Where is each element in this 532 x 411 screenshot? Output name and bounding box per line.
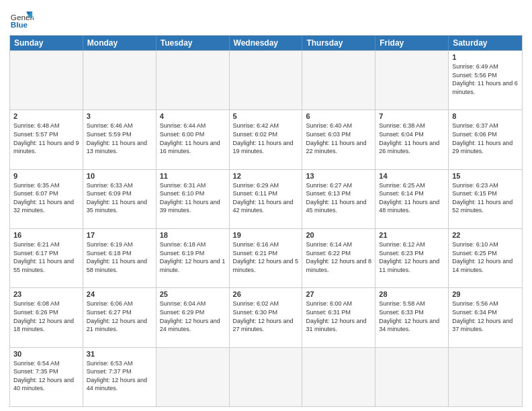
calendar-cell	[230, 51, 303, 109]
calendar-cell: 28Sunrise: 5:58 AM Sunset: 6:33 PM Dayli…	[375, 288, 449, 347]
day-info: Sunrise: 6:42 AM Sunset: 6:02 PM Dayligh…	[233, 122, 299, 155]
calendar: SundayMondayTuesdayWednesdayThursdayFrid…	[9, 35, 523, 407]
day-number: 7	[379, 112, 445, 120]
weekday-header-saturday: Saturday	[449, 36, 522, 50]
calendar-cell: 30Sunrise: 6:54 AM Sunset: 7:35 PM Dayli…	[10, 348, 83, 406]
calendar-cell: 10Sunrise: 6:33 AM Sunset: 6:09 PM Dayli…	[83, 170, 157, 228]
calendar-cell: 20Sunrise: 6:14 AM Sunset: 6:22 PM Dayli…	[302, 229, 375, 287]
day-number: 19	[233, 231, 299, 239]
calendar-cell: 26Sunrise: 6:02 AM Sunset: 6:30 PM Dayli…	[230, 288, 303, 347]
calendar-row-2: 9Sunrise: 6:35 AM Sunset: 6:07 PM Daylig…	[10, 169, 522, 228]
day-info: Sunrise: 6:14 AM Sunset: 6:22 PM Dayligh…	[306, 240, 371, 274]
day-info: Sunrise: 6:25 AM Sunset: 6:14 PM Dayligh…	[379, 181, 445, 215]
day-number: 20	[306, 231, 371, 239]
day-info: Sunrise: 6:40 AM Sunset: 6:03 PM Dayligh…	[306, 122, 371, 155]
day-number: 25	[160, 290, 226, 298]
calendar-cell	[157, 348, 230, 406]
day-number: 3	[87, 112, 152, 120]
calendar-cell: 6Sunrise: 6:40 AM Sunset: 6:03 PM Daylig…	[302, 110, 375, 169]
day-info: Sunrise: 6:53 AM Sunset: 7:37 PM Dayligh…	[87, 359, 152, 393]
header: General Blue	[9, 7, 523, 31]
calendar-cell: 29Sunrise: 5:56 AM Sunset: 6:34 PM Dayli…	[449, 288, 522, 347]
day-info: Sunrise: 6:29 AM Sunset: 6:11 PM Dayligh…	[233, 181, 299, 215]
calendar-row-1: 2Sunrise: 6:48 AM Sunset: 5:57 PM Daylig…	[10, 109, 522, 169]
day-info: Sunrise: 6:02 AM Sunset: 6:30 PM Dayligh…	[233, 300, 299, 333]
day-info: Sunrise: 5:56 AM Sunset: 6:34 PM Dayligh…	[452, 300, 519, 333]
day-info: Sunrise: 6:04 AM Sunset: 6:29 PM Dayligh…	[160, 300, 226, 333]
day-number: 4	[160, 112, 226, 120]
calendar-cell: 18Sunrise: 6:18 AM Sunset: 6:19 PM Dayli…	[157, 229, 230, 287]
day-info: Sunrise: 5:58 AM Sunset: 6:33 PM Dayligh…	[379, 300, 445, 333]
day-number: 23	[13, 290, 79, 298]
logo: General Blue	[9, 7, 34, 31]
day-info: Sunrise: 6:33 AM Sunset: 6:09 PM Dayligh…	[87, 181, 152, 215]
calendar-cell: 7Sunrise: 6:38 AM Sunset: 6:04 PM Daylig…	[375, 110, 449, 169]
weekday-header-tuesday: Tuesday	[157, 36, 230, 50]
calendar-cell	[302, 51, 375, 109]
day-number: 11	[160, 172, 226, 180]
day-number: 21	[379, 231, 445, 239]
logo-icon: General Blue	[9, 7, 34, 31]
day-info: Sunrise: 6:10 AM Sunset: 6:25 PM Dayligh…	[452, 240, 519, 274]
day-info: Sunrise: 6:27 AM Sunset: 6:13 PM Dayligh…	[306, 181, 371, 215]
day-info: Sunrise: 6:44 AM Sunset: 6:00 PM Dayligh…	[160, 122, 226, 155]
day-info: Sunrise: 6:16 AM Sunset: 6:21 PM Dayligh…	[233, 240, 299, 274]
calendar-cell: 16Sunrise: 6:21 AM Sunset: 6:17 PM Dayli…	[10, 229, 83, 287]
calendar-page: General Blue SundayMondayTuesdayWednesda…	[0, 0, 532, 411]
calendar-cell: 23Sunrise: 6:08 AM Sunset: 6:26 PM Dayli…	[10, 288, 83, 347]
day-info: Sunrise: 6:08 AM Sunset: 6:26 PM Dayligh…	[13, 300, 79, 333]
calendar-cell: 17Sunrise: 6:19 AM Sunset: 6:18 PM Dayli…	[83, 229, 157, 287]
calendar-row-3: 16Sunrise: 6:21 AM Sunset: 6:17 PM Dayli…	[10, 228, 522, 287]
calendar-cell: 15Sunrise: 6:23 AM Sunset: 6:15 PM Dayli…	[449, 170, 522, 228]
weekday-header-thursday: Thursday	[302, 36, 375, 50]
calendar-body: 1Sunrise: 6:49 AM Sunset: 5:56 PM Daylig…	[10, 50, 522, 406]
day-number: 12	[233, 172, 299, 180]
day-info: Sunrise: 6:19 AM Sunset: 6:18 PM Dayligh…	[87, 240, 152, 274]
calendar-cell	[375, 348, 449, 406]
day-number: 2	[13, 112, 79, 120]
day-info: Sunrise: 6:38 AM Sunset: 6:04 PM Dayligh…	[379, 122, 445, 155]
day-number: 22	[452, 231, 519, 239]
day-info: Sunrise: 6:37 AM Sunset: 6:06 PM Dayligh…	[452, 122, 519, 155]
day-info: Sunrise: 6:21 AM Sunset: 6:17 PM Dayligh…	[13, 240, 79, 274]
calendar-cell	[375, 51, 449, 109]
calendar-cell: 12Sunrise: 6:29 AM Sunset: 6:11 PM Dayli…	[230, 170, 303, 228]
calendar-cell: 13Sunrise: 6:27 AM Sunset: 6:13 PM Dayli…	[302, 170, 375, 228]
day-number: 31	[87, 350, 152, 358]
calendar-cell: 2Sunrise: 6:48 AM Sunset: 5:57 PM Daylig…	[10, 110, 83, 169]
day-info: Sunrise: 6:12 AM Sunset: 6:23 PM Dayligh…	[379, 240, 445, 274]
calendar-cell: 19Sunrise: 6:16 AM Sunset: 6:21 PM Dayli…	[230, 229, 303, 287]
weekday-header-friday: Friday	[375, 36, 449, 50]
calendar-row-0: 1Sunrise: 6:49 AM Sunset: 5:56 PM Daylig…	[10, 50, 522, 109]
calendar-cell	[83, 51, 157, 109]
calendar-cell: 3Sunrise: 6:46 AM Sunset: 5:59 PM Daylig…	[83, 110, 157, 169]
day-info: Sunrise: 6:31 AM Sunset: 6:10 PM Dayligh…	[160, 181, 226, 215]
day-info: Sunrise: 6:48 AM Sunset: 5:57 PM Dayligh…	[13, 122, 79, 155]
calendar-cell: 25Sunrise: 6:04 AM Sunset: 6:29 PM Dayli…	[157, 288, 230, 347]
day-number: 29	[452, 290, 519, 298]
calendar-cell: 31Sunrise: 6:53 AM Sunset: 7:37 PM Dayli…	[83, 348, 157, 406]
calendar-cell	[449, 348, 522, 406]
calendar-cell: 8Sunrise: 6:37 AM Sunset: 6:06 PM Daylig…	[449, 110, 522, 169]
day-number: 10	[87, 172, 152, 180]
day-number: 24	[87, 290, 152, 298]
day-number: 6	[306, 112, 371, 120]
day-number: 8	[452, 112, 519, 120]
day-number: 15	[452, 172, 519, 180]
day-number: 18	[160, 231, 226, 239]
calendar-cell: 5Sunrise: 6:42 AM Sunset: 6:02 PM Daylig…	[230, 110, 303, 169]
day-number: 30	[13, 350, 79, 358]
calendar-cell: 27Sunrise: 6:00 AM Sunset: 6:31 PM Dayli…	[302, 288, 375, 347]
day-number: 14	[379, 172, 445, 180]
day-info: Sunrise: 6:35 AM Sunset: 6:07 PM Dayligh…	[13, 181, 79, 215]
calendar-cell	[10, 51, 83, 109]
calendar-cell	[302, 348, 375, 406]
calendar-cell: 9Sunrise: 6:35 AM Sunset: 6:07 PM Daylig…	[10, 170, 83, 228]
day-info: Sunrise: 6:49 AM Sunset: 5:56 PM Dayligh…	[452, 62, 519, 96]
day-info: Sunrise: 6:54 AM Sunset: 7:35 PM Dayligh…	[13, 359, 79, 393]
day-info: Sunrise: 6:00 AM Sunset: 6:31 PM Dayligh…	[306, 300, 371, 333]
day-number: 27	[306, 290, 371, 298]
day-info: Sunrise: 6:23 AM Sunset: 6:15 PM Dayligh…	[452, 181, 519, 215]
calendar-row-4: 23Sunrise: 6:08 AM Sunset: 6:26 PM Dayli…	[10, 287, 522, 347]
calendar-cell	[230, 348, 303, 406]
